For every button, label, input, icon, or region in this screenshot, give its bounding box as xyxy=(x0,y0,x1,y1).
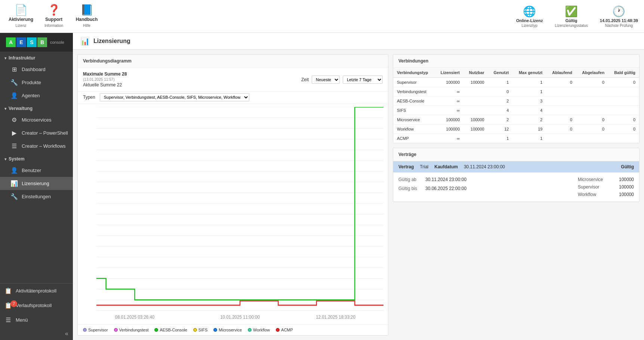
cell-genutzt: 1 xyxy=(488,134,513,143)
contract-dates: Gültig ab 30.11.2024 23:00:00 Gültig bis… xyxy=(398,177,466,197)
content-header-icon: 📊 xyxy=(80,37,90,46)
sifs-legend-dot xyxy=(193,328,197,332)
connections-table: Verbindungstyp Lizensiert Nutzbar Genutz… xyxy=(393,68,639,143)
left-panel: Verbindungsdiagramm Maximale Summe 28 (1… xyxy=(77,54,388,336)
cell-lizensiert: 100000 xyxy=(435,125,463,134)
time-label: Zeit xyxy=(301,77,309,82)
supervisor-legend-label: Supervisor xyxy=(88,328,108,332)
sidebar-item-microservices[interactable]: ⚙ Microservices xyxy=(0,113,73,126)
gueltig-ab-row: Gültig ab 30.11.2024 23:00:00 xyxy=(398,177,466,182)
sidebar-item-aktivitaetenprotokoll[interactable]: 📋 Aktivitätenprotokoll xyxy=(0,284,73,298)
sidebar-item-agenten[interactable]: 👤 Agenten xyxy=(0,89,73,102)
aesb-console-legend-dot xyxy=(154,328,158,332)
cell-verbindungstyp: ACMP xyxy=(393,134,435,143)
lizenzierung-label: Lizensierung xyxy=(22,181,49,186)
cell-ablaufend xyxy=(546,97,576,106)
table-row: SIFS ∞ 4 4 xyxy=(393,106,639,115)
einstellungen-icon: 🔧 xyxy=(10,193,18,200)
cell-ablaufend: 0 xyxy=(546,115,576,125)
support-icon: ❓ xyxy=(47,5,61,15)
microservices-label: Microservices xyxy=(22,117,51,123)
toolbar-btn-handbuch[interactable]: 📘 Handbuch Hilfe xyxy=(72,2,102,31)
contract-svc-row: Supervisor 100000 xyxy=(578,184,634,190)
types-label: Typen xyxy=(83,95,95,100)
benutzer-icon: 👤 xyxy=(10,167,18,174)
sidebar-item-creator-workflows[interactable]: ☰ Creator – Workflows xyxy=(0,140,73,153)
gueltig-bis-value: 30.06.2025 22:00:00 xyxy=(425,186,466,191)
table-row: Workflow 100000 100000 12 19 0 0 0 xyxy=(393,125,639,134)
benutzer-label: Benutzer xyxy=(22,168,41,173)
check-icon: ✅ xyxy=(565,5,578,18)
infrastruktur-label: Infrastruktur xyxy=(9,55,35,61)
verwaltung-label: Verwaltung xyxy=(9,106,33,111)
cell-nutzbar xyxy=(463,87,488,97)
content-header: 📊 Lizensierung xyxy=(73,33,644,50)
contract-name: Trial xyxy=(420,164,428,169)
types-select[interactable]: Supervisor, Verbindungstest, AESB-Consol… xyxy=(100,93,249,101)
cell-genutzt: 2 xyxy=(488,97,513,106)
sidebar-item-creator-powershell[interactable]: ▶ Creator – PowerShell xyxy=(0,126,73,140)
sidebar-item-verlaufsprotokoll[interactable]: 📋 Verlaufsprotokoll 7 xyxy=(0,298,73,313)
cell-max-genutzt: 1 xyxy=(512,134,546,143)
connections-title: Verbindungen xyxy=(393,55,639,68)
toolbar-btn-aktivierung[interactable]: 📄 Aktivierung Lizenz xyxy=(6,2,36,31)
svc-label: Supervisor xyxy=(578,184,611,190)
cell-lizensiert: 100000 xyxy=(435,78,463,87)
chart-controls: Maximale Summe 28 (13.01.2025 11:57) Akt… xyxy=(78,68,388,92)
sidebar-section-infrastruktur[interactable]: ▾ Infrastruktur xyxy=(0,52,73,63)
verlaufsprotokoll-label: Verlaufsprotokoll xyxy=(16,303,52,308)
col-ablaufend: Ablaufend xyxy=(546,68,576,78)
sidebar-item-dashboard[interactable]: ⊞ Dashboard xyxy=(0,63,73,76)
lizenzstatus-label: Gültig xyxy=(566,18,577,23)
legend-verbindungstest: Verbindungstest xyxy=(114,328,149,332)
logo-letters: A E S B xyxy=(6,37,47,47)
sidebar-section-system[interactable]: ▾ System xyxy=(0,153,73,164)
time-select[interactable]: Neueste Älteste xyxy=(312,76,340,84)
content-body: Verbindungsdiagramm Maximale Summe 28 (1… xyxy=(73,50,644,340)
lizenzierung-icon: 📊 xyxy=(10,180,18,187)
cell-abgelaufen: 0 xyxy=(576,78,608,87)
cell-verbindungstyp: Microservice xyxy=(393,115,435,125)
chart-area: 0 1 2 3 4 5 6 7 8 9 10 11 12 xyxy=(78,104,388,324)
cell-bald-gueltig xyxy=(608,106,639,115)
toolbar-btn-support[interactable]: ❓ Support Information xyxy=(39,2,69,31)
menue-icon: ☰ xyxy=(4,316,12,324)
cell-genutzt: 12 xyxy=(488,125,513,134)
cell-nutzbar: 100000 xyxy=(463,115,488,125)
support-label: Support xyxy=(45,17,62,22)
naechste-pruefung-label: 14.01.2025 11:48:39 xyxy=(600,18,638,23)
aktivierung-label: Aktivierung xyxy=(9,17,33,22)
table-row: Verbindungstest ∞ 0 1 xyxy=(393,87,639,97)
agenten-icon: 👤 xyxy=(10,92,18,99)
sidebar-collapse-button[interactable]: « xyxy=(0,327,73,340)
svc-value: 100000 xyxy=(619,192,634,197)
contract-label: Vertrag xyxy=(398,164,414,169)
sidebar-item-einstellungen[interactable]: 🔧 Einstellungen xyxy=(0,190,73,203)
agenten-label: Agenten xyxy=(22,93,40,98)
sidebar-item-lizenzierung[interactable]: 📊 Lizensierung xyxy=(0,177,73,190)
cell-verbindungstyp: SIFS xyxy=(393,106,435,115)
sidebar-item-benutzer[interactable]: 👤 Benutzer xyxy=(0,164,73,177)
cell-abgelaufen: 0 xyxy=(576,125,608,134)
svc-label: Workflow xyxy=(578,192,611,197)
cell-ablaufend xyxy=(546,106,576,115)
clock-icon: 🕐 xyxy=(612,5,625,18)
sidebar-section-verwaltung[interactable]: ▾ Verwaltung xyxy=(0,102,73,113)
menue-label: Menü xyxy=(16,317,28,323)
cell-verbindungstyp: AESB-Console xyxy=(393,97,435,106)
produkte-icon: 🔧 xyxy=(10,79,18,86)
sidebar-bottom: 📋 Aktivitätenprotokoll 📋 Verlaufsprotoko… xyxy=(0,283,73,340)
chevron-down-icon-3: ▾ xyxy=(4,157,6,161)
cell-abgelaufen xyxy=(576,87,608,97)
cell-lizensiert: 100000 xyxy=(435,115,463,125)
cell-abgelaufen xyxy=(576,97,608,106)
range-select[interactable]: Letzte 7 Tage Letzte 30 Tage Letzte 90 T… xyxy=(343,76,383,84)
cell-genutzt: 4 xyxy=(488,106,513,115)
sidebar-item-produkte[interactable]: 🔧 Produkte xyxy=(0,76,73,89)
einstellungen-label: Einstellungen xyxy=(22,194,51,199)
supervisor-legend-dot xyxy=(83,328,87,332)
cell-max-genutzt: 2 xyxy=(512,115,546,125)
chart-types-row: Typen Supervisor, Verbindungstest, AESB-… xyxy=(78,92,388,104)
sidebar-item-menue[interactable]: ☰ Menü xyxy=(0,313,73,327)
right-panel: Verbindungen Verbindungstyp Lizensiert N… xyxy=(393,54,640,336)
